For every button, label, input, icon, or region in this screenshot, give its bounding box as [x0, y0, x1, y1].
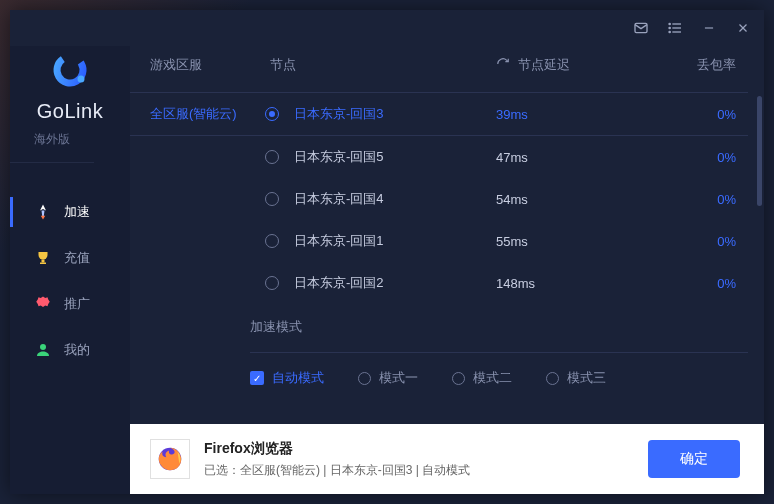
firefox-icon: [150, 439, 190, 479]
node-loss: 0%: [676, 192, 736, 207]
node-name[interactable]: 日本东京-回国3: [294, 105, 496, 123]
list-icon[interactable]: [666, 19, 684, 37]
mode-auto-label: 自动模式: [272, 369, 324, 387]
badge-icon: [34, 295, 52, 313]
node-ping: 39ms: [496, 107, 676, 122]
zone-label[interactable]: 全区服(智能云): [130, 105, 250, 123]
header-ping: 节点延迟: [518, 56, 570, 74]
node-ping: 148ms: [496, 276, 676, 291]
node-ping: 55ms: [496, 234, 676, 249]
node-name: 日本东京-回国1: [294, 232, 496, 250]
rocket-icon: [34, 203, 52, 221]
node-row[interactable]: 日本东京-回国5 47ms 0%: [250, 136, 748, 178]
sidebar-item-label: 推广: [64, 295, 90, 313]
node-row[interactable]: 日本东京-回国4 54ms 0%: [250, 178, 748, 220]
mode-label: 模式一: [379, 369, 418, 387]
svg-point-6: [669, 31, 670, 32]
confirm-button[interactable]: 确定: [648, 440, 740, 478]
node-loss: 0%: [676, 107, 736, 122]
header-loss: 丢包率: [676, 56, 736, 74]
mode-auto[interactable]: ✓ 自动模式: [250, 369, 324, 387]
mode-radio: [358, 372, 371, 385]
mode-option-3[interactable]: 模式三: [546, 369, 606, 387]
svg-point-4: [669, 23, 670, 24]
brand-name: GoLink: [10, 100, 130, 123]
sidebar-item-label: 我的: [64, 341, 90, 359]
node-ping: 54ms: [496, 192, 676, 207]
svg-point-11: [78, 76, 85, 83]
node-row[interactable]: 日本东京-回国1 55ms 0%: [250, 220, 748, 262]
scrollbar-thumb[interactable]: [757, 96, 762, 206]
header-node: 节点: [270, 56, 496, 74]
close-icon[interactable]: [734, 19, 752, 37]
sidebar-item-promote[interactable]: 推广: [10, 281, 130, 327]
svg-point-10: [52, 52, 88, 88]
node-list: 全区服(智能云) 日本东京-回国3 39ms 0% 日本东京-回国5 47m: [130, 92, 764, 424]
sidebar-item-profile[interactable]: 我的: [10, 327, 130, 373]
sidebar-item-accelerate[interactable]: 加速: [10, 189, 130, 235]
table-header: 游戏区服 节点 节点延迟 丢包率: [130, 46, 764, 92]
sidebar-item-label: 加速: [64, 203, 90, 221]
edition-label: 海外版: [10, 131, 94, 163]
header-zone: 游戏区服: [150, 56, 270, 74]
footer: Firefox浏览器 已选：全区服(智能云) | 日本东京-回国3 | 自动模式…: [130, 424, 764, 494]
mode-option-1[interactable]: 模式一: [358, 369, 418, 387]
sidebar-item-recharge[interactable]: 充值: [10, 235, 130, 281]
node-loss: 0%: [676, 276, 736, 291]
mail-icon[interactable]: [632, 19, 650, 37]
logo: GoLink 海外版: [10, 46, 130, 173]
node-radio[interactable]: [265, 107, 279, 121]
node-row[interactable]: 日本东京-回国2 148ms 0%: [250, 262, 748, 304]
node-loss: 0%: [676, 234, 736, 249]
logo-icon: [48, 50, 92, 94]
svg-rect-12: [42, 260, 45, 263]
titlebar: [10, 10, 764, 46]
app-title: Firefox浏览器: [204, 440, 634, 458]
minimize-icon[interactable]: [700, 19, 718, 37]
main-content: 游戏区服 节点 节点延迟 丢包率 全区服(智能云) 日本东京-回国3: [130, 46, 764, 494]
svg-rect-13: [40, 263, 46, 265]
app-selection: 已选：全区服(智能云) | 日本东京-回国3 | 自动模式: [204, 462, 634, 479]
trophy-icon: [34, 249, 52, 267]
sidebar-item-label: 充值: [64, 249, 90, 267]
node-ping: 47ms: [496, 150, 676, 165]
mode-label: 模式三: [567, 369, 606, 387]
node-name: 日本东京-回国4: [294, 190, 496, 208]
node-radio[interactable]: [265, 276, 279, 290]
mode-radio: [546, 372, 559, 385]
checkbox-checked-icon: ✓: [250, 371, 264, 385]
node-name: 日本东京-回国2: [294, 274, 496, 292]
sidebar: GoLink 海外版 加速 充值 推广: [10, 46, 130, 494]
node-radio[interactable]: [265, 234, 279, 248]
node-radio[interactable]: [265, 150, 279, 164]
svg-point-5: [669, 27, 670, 28]
mode-row: ✓ 自动模式 模式一 模式二: [250, 353, 748, 403]
user-icon: [34, 341, 52, 359]
mode-option-2[interactable]: 模式二: [452, 369, 512, 387]
refresh-icon[interactable]: [496, 57, 510, 74]
mode-label: 模式二: [473, 369, 512, 387]
svg-point-14: [40, 344, 46, 350]
node-name: 日本东京-回国5: [294, 148, 496, 166]
mode-radio: [452, 372, 465, 385]
node-radio[interactable]: [265, 192, 279, 206]
mode-section-label: 加速模式: [250, 304, 748, 346]
node-loss: 0%: [676, 150, 736, 165]
